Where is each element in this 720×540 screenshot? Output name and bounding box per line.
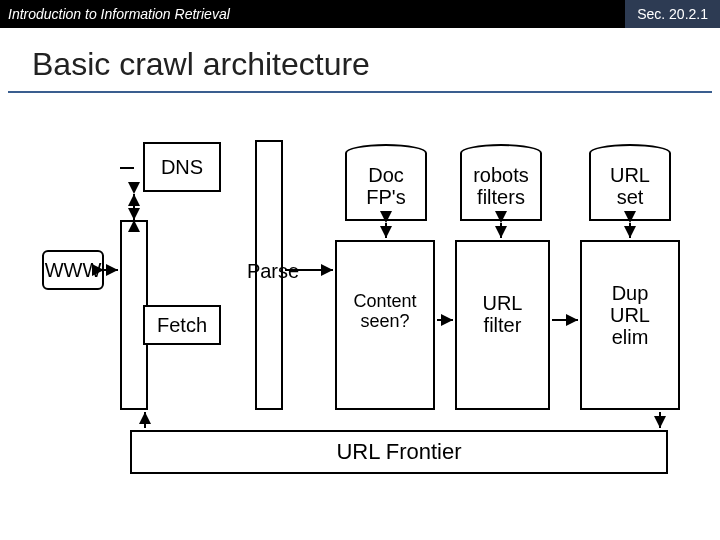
node-dup-url-elim: Dup URL elim [580, 240, 680, 410]
header-bar: Introduction to Information Retrieval Se… [0, 0, 720, 28]
node-www: WWW [42, 250, 104, 290]
node-parse: Parse [242, 260, 304, 283]
architecture-diagram: WWW DNS Fetch Parse Doc FP's Content see… [0, 120, 720, 520]
url-frontier-label: URL Frontier [336, 440, 461, 464]
node-url-set: URL set [589, 153, 671, 221]
section-ref: Sec. 20.2.1 [625, 0, 720, 28]
node-url-filter: URL filter [455, 240, 550, 410]
node-robots: robots filters [460, 153, 542, 221]
node-fetch: Fetch [143, 305, 221, 345]
node-docfps: Doc FP's [345, 153, 427, 221]
node-content-seen: Content seen? [335, 240, 435, 410]
node-url-frontier: URL Frontier [130, 430, 668, 474]
slide-title: Basic crawl architecture [8, 28, 712, 93]
course-title: Introduction to Information Retrieval [8, 6, 230, 22]
node-dns: DNS [143, 142, 221, 192]
